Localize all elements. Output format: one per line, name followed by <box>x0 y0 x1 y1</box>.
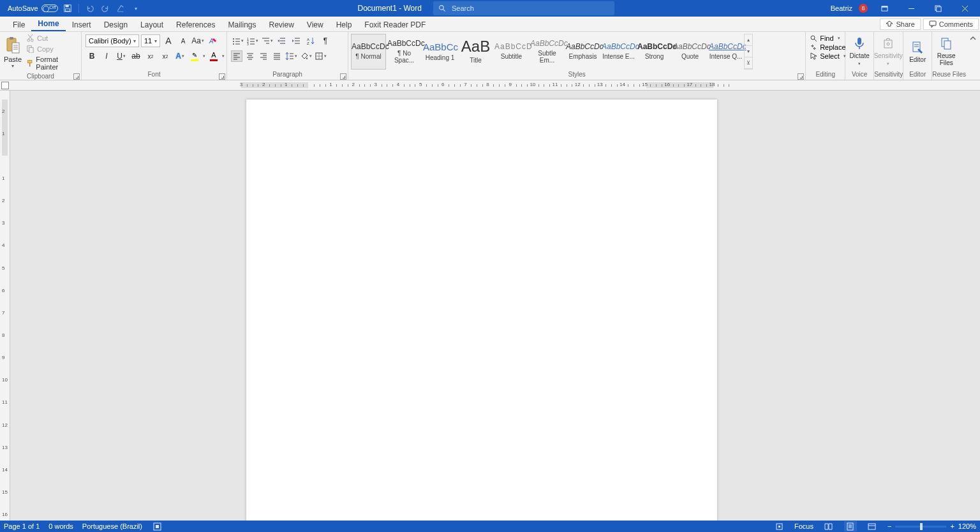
document-canvas[interactable] <box>10 91 980 521</box>
style-tile-intense-e-[interactable]: AaBbCcDcIntense E... <box>601 34 636 70</box>
undo-button[interactable] <box>84 3 96 14</box>
read-mode-button[interactable] <box>822 521 835 531</box>
tab-view[interactable]: View <box>301 18 330 31</box>
font-size-combo[interactable]: 11▾ <box>141 34 160 47</box>
style-tile--normal[interactable]: AaBbCcDc¶ Normal <box>351 34 386 70</box>
format-painter-button[interactable]: Format Painter <box>24 55 78 71</box>
reuse-files-button[interactable]: Reuse Files <box>932 33 960 71</box>
collapse-ribbon-button[interactable] <box>966 32 980 80</box>
change-case-button[interactable]: Aa▾ <box>191 34 204 47</box>
italic-button[interactable]: I <box>100 50 113 63</box>
editor-button[interactable]: Editor <box>903 33 932 71</box>
find-button[interactable]: Find▾ <box>810 34 840 42</box>
zoom-control[interactable]: − + 120% <box>887 522 976 530</box>
close-button[interactable] <box>954 0 975 17</box>
line-spacing-button[interactable]: ▾ <box>285 50 297 63</box>
style-tile-emphasis[interactable]: AaBbCcDcEmphasis <box>565 34 600 70</box>
tab-design[interactable]: Design <box>98 18 134 31</box>
tab-file[interactable]: File <box>6 18 31 31</box>
shading-button[interactable]: ▾ <box>299 50 312 63</box>
sort-button[interactable]: AZ <box>304 34 317 47</box>
focus-label[interactable]: Focus <box>794 522 813 530</box>
page[interactable] <box>246 100 717 521</box>
paste-button[interactable]: Paste▾ <box>3 36 23 69</box>
search-box[interactable]: Search <box>433 1 614 15</box>
share-button[interactable]: Share <box>880 18 920 30</box>
cut-button[interactable]: Cut <box>24 33 78 43</box>
style-tile-subtle-em-[interactable]: AaBbCcDcSubtle Em... <box>530 34 565 70</box>
tab-selector[interactable] <box>1 82 9 89</box>
qat-customize-button[interactable]: ▾ <box>130 3 142 14</box>
web-layout-button[interactable] <box>866 521 879 531</box>
tab-references[interactable]: References <box>170 18 221 31</box>
replace-button[interactable]: Replace <box>810 43 845 51</box>
zoom-slider[interactable] <box>895 526 946 528</box>
justify-button[interactable] <box>271 50 283 62</box>
select-button[interactable]: Select▾ <box>810 52 846 60</box>
style-tile-quote[interactable]: AaBbCcDcQuote <box>672 34 708 70</box>
user-name[interactable]: Beatriz <box>831 4 852 12</box>
print-layout-button[interactable] <box>844 521 857 531</box>
minimize-button[interactable] <box>901 0 921 17</box>
comments-button[interactable]: Comments <box>923 18 979 30</box>
subscript-button[interactable]: x <box>144 50 157 63</box>
autosave-toggle[interactable]: AutoSave <box>8 4 58 12</box>
shrink-font-button[interactable]: A <box>177 34 189 47</box>
ribbon-display-button[interactable] <box>874 0 895 17</box>
tab-home[interactable]: Home <box>31 17 65 31</box>
align-right-button[interactable] <box>258 50 269 62</box>
status-macro-button[interactable] <box>151 521 164 531</box>
grow-font-button[interactable]: A <box>162 34 175 47</box>
tab-help[interactable]: Help <box>330 18 359 31</box>
bullets-button[interactable]: ▾ <box>231 34 244 47</box>
increase-indent-button[interactable] <box>290 34 302 47</box>
superscript-button[interactable]: x <box>159 50 172 63</box>
font-dialog-launcher[interactable] <box>219 73 225 80</box>
underline-button[interactable]: U▾ <box>115 50 128 63</box>
tab-review[interactable]: Review <box>262 18 300 31</box>
qat-extra-button[interactable] <box>115 3 126 14</box>
maximize-button[interactable] <box>928 0 948 17</box>
strike-button[interactable]: ab <box>130 50 142 63</box>
align-center-button[interactable] <box>244 50 256 62</box>
font-name-combo[interactable]: Calibri (Body)▾ <box>85 34 139 47</box>
status-language[interactable]: Portuguese (Brazil) <box>82 522 142 530</box>
styles-dialog-launcher[interactable] <box>798 73 804 80</box>
style-tile--no-spac-[interactable]: AaBbCcDc¶ No Spac... <box>387 34 422 70</box>
redo-button[interactable] <box>100 3 111 14</box>
copy-button[interactable]: Copy <box>24 44 78 54</box>
tab-mailings[interactable]: Mailings <box>221 18 262 31</box>
notification-badge[interactable]: 8 <box>859 4 868 13</box>
style-tile-heading-1[interactable]: AaBbCcHeading 1 <box>422 34 457 70</box>
tab-foxit[interactable]: Foxit Reader PDF <box>358 18 432 31</box>
style-tile-intense-q-[interactable]: AaBbCcDcIntense Q... <box>708 34 743 70</box>
vertical-ruler[interactable]: 21123456789101112131415161718 <box>0 91 10 521</box>
text-effects-button[interactable]: A▾ <box>174 50 186 63</box>
show-marks-button[interactable]: ¶ <box>319 34 332 47</box>
dictate-button[interactable]: Dictate▾ <box>845 33 873 71</box>
clipboard-dialog-launcher[interactable] <box>73 73 80 80</box>
borders-button[interactable]: ▾ <box>314 50 327 63</box>
status-page[interactable]: Page 1 of 1 <box>4 522 40 530</box>
numbering-button[interactable]: 123▾ <box>246 34 258 47</box>
focus-mode-button[interactable] <box>773 521 785 531</box>
align-left-button[interactable] <box>231 50 242 62</box>
sensitivity-button[interactable]: Sensitivity▾ <box>874 33 902 71</box>
zoom-in-button[interactable]: + <box>950 522 954 530</box>
styles-scroll[interactable]: ▴▾⊻ <box>744 34 753 70</box>
save-button[interactable] <box>62 3 73 14</box>
tab-layout[interactable]: Layout <box>134 18 170 31</box>
multilevel-button[interactable]: ▾ <box>260 34 273 47</box>
zoom-level[interactable]: 120% <box>958 522 976 530</box>
zoom-out-button[interactable]: − <box>887 522 891 530</box>
horizontal-ruler[interactable]: 321123456789101112131415161718 <box>0 80 980 91</box>
style-tile-strong[interactable]: AaBbCcDcStrong <box>637 34 672 70</box>
decrease-indent-button[interactable] <box>275 34 288 47</box>
paragraph-dialog-launcher[interactable] <box>340 73 346 80</box>
font-color-button[interactable]: A <box>207 50 220 63</box>
tab-insert[interactable]: Insert <box>66 18 98 31</box>
clear-formatting-button[interactable]: A <box>206 34 219 47</box>
status-words[interactable]: 0 words <box>48 522 73 530</box>
style-tile-title[interactable]: AaBTitle <box>458 34 493 70</box>
highlight-button[interactable]: ✎ <box>188 50 201 63</box>
